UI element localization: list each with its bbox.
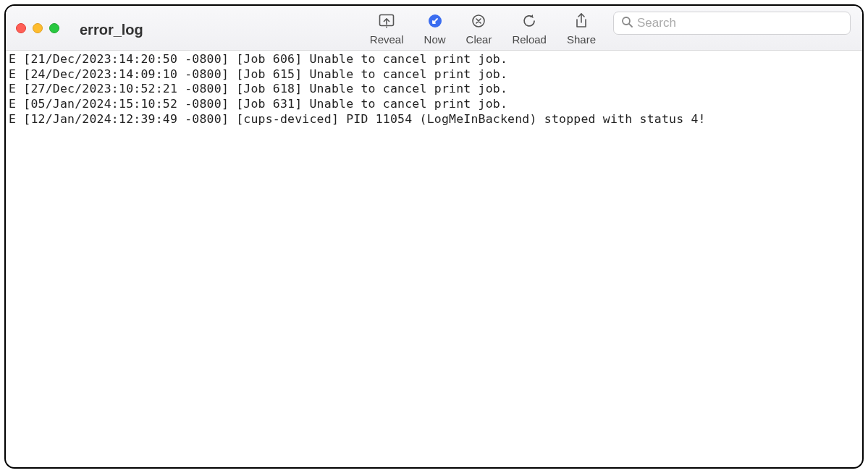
reveal-button[interactable]: Reveal <box>360 13 414 46</box>
log-line: E [12/Jan/2024:12:39:49 -0800] [cups-dev… <box>9 112 859 127</box>
app-window: error_log Reveal <box>4 4 864 469</box>
close-window-button[interactable] <box>16 23 26 33</box>
reload-label: Reload <box>512 33 547 46</box>
now-button[interactable]: Now <box>414 13 456 46</box>
reload-icon <box>521 13 537 29</box>
share-button[interactable]: Share <box>557 13 606 46</box>
search-input[interactable] <box>637 16 843 30</box>
share-icon <box>573 13 589 29</box>
reveal-icon <box>379 13 395 29</box>
log-content[interactable]: E [21/Dec/2023:14:20:50 -0800] [Job 606]… <box>6 51 862 467</box>
log-line: E [05/Jan/2024:15:10:52 -0800] [Job 631]… <box>9 97 859 112</box>
window-title: error_log <box>67 12 143 38</box>
now-icon <box>427 13 443 29</box>
log-line: E [21/Dec/2023:14:20:50 -0800] [Job 606]… <box>9 52 859 67</box>
titlebar: error_log Reveal <box>6 6 862 51</box>
log-line: E [27/Dec/2023:10:52:21 -0800] [Job 618]… <box>9 82 859 97</box>
clear-icon <box>471 13 486 29</box>
reload-button[interactable]: Reload <box>502 13 557 46</box>
share-label: Share <box>567 33 596 46</box>
maximize-window-button[interactable] <box>49 23 59 33</box>
now-label: Now <box>424 33 446 46</box>
reveal-label: Reveal <box>370 33 404 46</box>
traffic-lights <box>16 12 59 33</box>
search-container <box>613 12 852 35</box>
search-icon <box>621 16 633 30</box>
search-field[interactable] <box>613 12 851 35</box>
log-line: E [24/Dec/2023:14:09:10 -0800] [Job 615]… <box>9 67 859 82</box>
toolbar: Reveal Now Clear <box>360 12 606 46</box>
svg-point-1 <box>386 27 387 28</box>
clear-label: Clear <box>466 33 492 46</box>
minimize-window-button[interactable] <box>33 23 43 33</box>
clear-button[interactable]: Clear <box>456 13 502 46</box>
